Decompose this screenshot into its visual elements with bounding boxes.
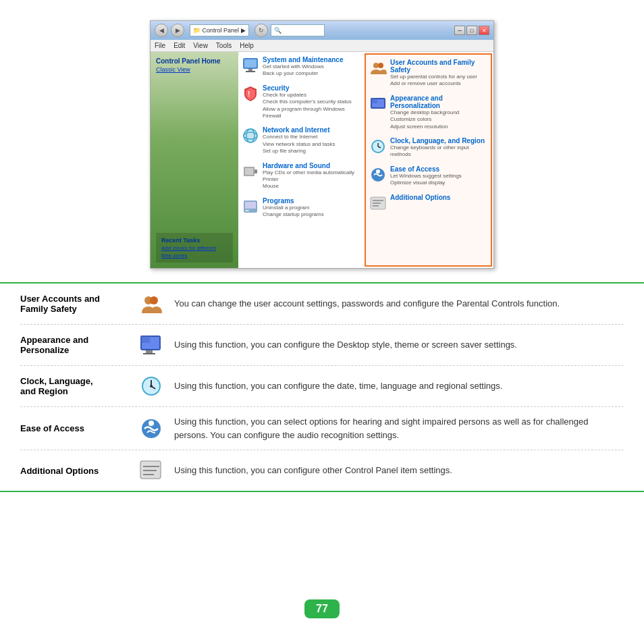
svg-rect-14: [245, 210, 249, 211]
user-accounts-desc: Set up parental controls for any user Ad…: [390, 74, 488, 88]
icon-appearance: [139, 333, 163, 357]
security-text: Security Check for updates Check this co…: [263, 84, 360, 120]
desc-additional: Using this function, you can configure o…: [174, 464, 624, 477]
svg-rect-2: [246, 71, 255, 72]
svg-rect-3: [244, 59, 257, 68]
address-bar[interactable]: 📁 Control Panel ▶: [190, 24, 249, 36]
security-icon: !: [241, 84, 260, 103]
icon-user-accounts: [139, 292, 163, 316]
icon-additional: [139, 458, 163, 483]
clock-icon: [369, 137, 387, 156]
row-additional: Additional Options Using this function, …: [20, 450, 624, 491]
svg-point-16: [378, 63, 383, 68]
cp-security[interactable]: ! Security Check for updates Check this …: [241, 84, 360, 120]
sidebar-title[interactable]: Control Panel Home: [156, 57, 233, 65]
svg-point-31: [150, 296, 158, 304]
additional-table-icon: [139, 458, 163, 483]
ease-desc: Let Windows suggest settings Optimize vi…: [390, 173, 462, 187]
forward-button[interactable]: ▶: [171, 24, 184, 37]
cp-programs[interactable]: Programs Uninstall a program Change star…: [241, 197, 360, 219]
ease-icon: [369, 165, 387, 184]
left-column: System and Maintenance Get started with …: [238, 52, 363, 268]
svg-rect-19: [371, 98, 377, 103]
refresh-button[interactable]: ↻: [254, 24, 268, 37]
menu-view[interactable]: View: [193, 42, 208, 49]
cp-hardware[interactable]: Hardware and Sound Play CDs or other med…: [241, 162, 360, 190]
svg-point-41: [150, 385, 153, 387]
additional-title[interactable]: Additional Options: [390, 194, 450, 201]
back-button[interactable]: ◀: [155, 24, 168, 37]
page-number: 77: [304, 599, 340, 618]
cp-appearance[interactable]: Appearance and Personalization Change de…: [369, 95, 488, 130]
label-clock: Clock, Language, and Region: [20, 376, 128, 396]
maximize-button[interactable]: □: [466, 26, 477, 35]
programs-title[interactable]: Programs: [263, 197, 324, 205]
system-title[interactable]: System and Maintenance: [263, 56, 343, 63]
security-desc: Check for updates Check this computer's …: [263, 92, 360, 120]
programs-desc: Uninstall a program Change startup progr…: [263, 205, 324, 219]
sidebar: Control Panel Home Classic View Recent T…: [151, 52, 238, 268]
appearance-text: Appearance and Personalization Change de…: [390, 95, 488, 130]
programs-icon-svg: [242, 198, 259, 215]
svg-rect-1: [248, 69, 252, 71]
label-additional: Additional Options: [20, 466, 128, 476]
system-text: System and Maintenance Get started with …: [263, 56, 343, 78]
menu-help[interactable]: Help: [240, 42, 254, 49]
system-desc: Get started with Windows Back up your co…: [263, 63, 343, 78]
sidebar-bottom: Recent Tasks Add clocks for different ti…: [156, 233, 233, 263]
row-ease: Ease of Access Using this function, you …: [20, 407, 624, 450]
cp-user-accounts[interactable]: User Accounts and Family Safety Set up p…: [369, 59, 488, 88]
window-content: Control Panel Home Classic View Recent T…: [151, 52, 493, 268]
user-accounts-text: User Accounts and Family Safety Set up p…: [390, 59, 488, 88]
sidebar-inner: Control Panel Home Classic View Recent T…: [156, 57, 233, 263]
windows-xp-window: ◀ ▶ 📁 Control Panel ▶ ↻ 🔍 ─ □ ✕ File: [150, 20, 494, 269]
search-bar[interactable]: 🔍: [271, 24, 325, 36]
svg-rect-36: [143, 353, 155, 354]
menu-edit[interactable]: Edit: [173, 42, 185, 49]
row-appearance: Appearance and Personalize Using this fu…: [20, 325, 624, 366]
ease-title[interactable]: Ease of Access: [390, 165, 462, 173]
clock-desc: Change keyboards or other input methods: [390, 144, 488, 159]
cp-system[interactable]: System and Maintenance Get started with …: [241, 56, 360, 78]
security-title[interactable]: Security: [263, 84, 360, 92]
svg-point-25: [376, 169, 380, 173]
close-button[interactable]: ✕: [479, 26, 489, 35]
svg-point-15: [373, 63, 379, 68]
clock-title[interactable]: Clock, Language, and Region: [390, 137, 488, 144]
programs-text: Programs Uninstall a program Change star…: [263, 197, 324, 219]
additional-icon: [369, 194, 387, 213]
address-text: Control Panel: [203, 27, 240, 34]
label-appearance: Appearance and Personalize: [20, 335, 128, 355]
recent-tasks-link[interactable]: Add clocks for different time zones: [161, 245, 216, 259]
cp-clock[interactable]: Clock, Language, and Region Change keybo…: [369, 137, 488, 159]
right-column: User Accounts and Family Safety Set up p…: [365, 53, 492, 267]
ease-table-icon: [139, 417, 163, 441]
appearance-title[interactable]: Appearance and Personalization: [390, 95, 488, 109]
menu-file[interactable]: File: [155, 42, 165, 49]
titlebar-controls: ─ □ ✕: [454, 26, 489, 35]
network-icon: [241, 126, 260, 145]
hardware-icon-svg: [242, 163, 259, 180]
additional-icon-svg: [369, 194, 387, 212]
system-icon: [241, 56, 260, 75]
desc-clock: Using this function, you can configure t…: [174, 379, 624, 393]
network-title[interactable]: Network and Internet: [263, 126, 335, 134]
network-icon-svg: [242, 127, 259, 144]
cp-network[interactable]: Network and Internet Connect to the Inte…: [241, 126, 360, 155]
minimize-button[interactable]: ─: [454, 26, 465, 35]
cp-additional[interactable]: Additional Options: [369, 194, 488, 213]
svg-rect-10: [245, 168, 253, 175]
clock-text: Clock, Language, and Region Change keybo…: [390, 137, 488, 159]
svg-text:!: !: [248, 90, 250, 98]
row-user-accounts: User Accounts and Family Safety You can …: [20, 284, 624, 325]
icon-clock: [139, 374, 163, 398]
svg-point-43: [149, 421, 154, 426]
svg-rect-13: [245, 202, 256, 209]
additional-text: Additional Options: [390, 194, 450, 201]
user-accounts-title[interactable]: User Accounts and Family Safety: [390, 59, 488, 74]
screenshot-wrapper: ◀ ▶ 📁 Control Panel ▶ ↻ 🔍 ─ □ ✕ File: [0, 0, 644, 269]
classic-view-link[interactable]: Classic View: [156, 66, 233, 73]
hardware-title[interactable]: Hardware and Sound: [263, 162, 354, 169]
menu-tools[interactable]: Tools: [216, 42, 232, 49]
cp-ease[interactable]: Ease of Access Let Windows suggest setti…: [369, 165, 488, 187]
